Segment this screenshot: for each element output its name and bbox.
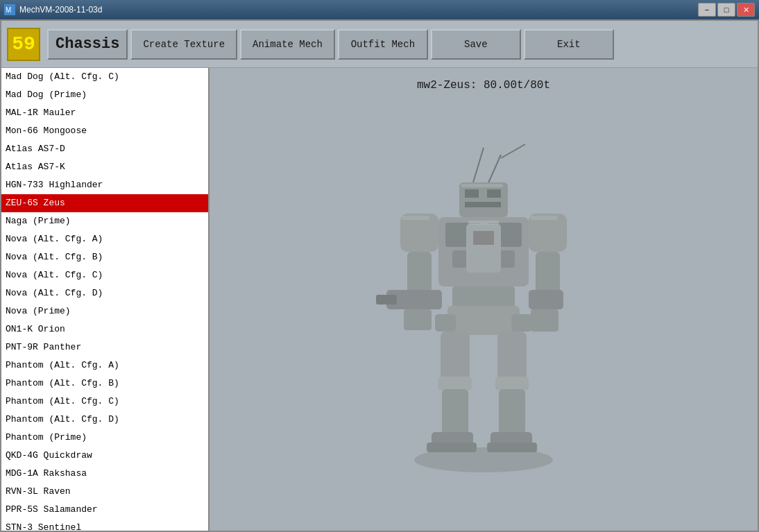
list-item[interactable]: Nova (Prime) <box>1 302 208 320</box>
svg-line-4 <box>487 155 501 186</box>
svg-rect-9 <box>465 202 501 207</box>
main-window: 59 Chassis Create Texture Animate Mech O… <box>0 19 759 532</box>
list-item[interactable]: Phantom (Alt. Cfg. D) <box>1 411 208 429</box>
list-item[interactable]: Naga (Prime) <box>1 212 208 230</box>
svg-rect-29 <box>438 377 472 391</box>
list-item[interactable]: Atlas AS7-D <box>1 140 208 158</box>
list-item[interactable]: Phantom (Alt. Cfg. C) <box>1 393 208 411</box>
list-item[interactable]: Atlas AS7-K <box>1 158 208 176</box>
svg-rect-42 <box>530 216 558 220</box>
title-bar: M MechVM-2008-11-03d − □ ✕ <box>0 0 759 19</box>
svg-rect-38 <box>487 443 537 452</box>
svg-rect-21 <box>404 309 432 330</box>
model-info-label: mw2-Zeus: 80.00t/80t <box>417 79 550 92</box>
list-item[interactable]: STN-3 Sentinel <box>1 519 208 531</box>
svg-rect-23 <box>536 252 560 293</box>
svg-rect-16 <box>452 286 515 307</box>
list-item[interactable]: Mad Dog (Alt. Cfg. C) <box>1 68 208 86</box>
svg-rect-6 <box>459 182 508 217</box>
svg-rect-36 <box>499 389 525 438</box>
svg-rect-41 <box>402 216 429 220</box>
svg-text:M: M <box>6 6 11 14</box>
svg-line-5 <box>501 144 525 158</box>
svg-rect-27 <box>435 314 456 332</box>
svg-line-3 <box>473 148 484 182</box>
mech-list-panel: Mad Dog (Alt. Cfg. C)Mad Dog (Prime)MAL-… <box>1 68 210 531</box>
maximize-button[interactable]: □ <box>717 3 735 17</box>
chassis-label: Chassis <box>47 29 128 60</box>
exit-button[interactable]: Exit <box>524 29 614 60</box>
svg-rect-40 <box>461 184 503 187</box>
svg-rect-30 <box>442 389 468 438</box>
svg-rect-24 <box>529 290 563 309</box>
list-item[interactable]: Phantom (Alt. Cfg. A) <box>1 357 208 375</box>
svg-rect-18 <box>407 252 432 293</box>
content-area: Mad Dog (Alt. Cfg. C)Mad Dog (Prime)MAL-… <box>1 68 758 531</box>
window-controls: − □ ✕ <box>698 3 755 17</box>
minimize-button[interactable]: − <box>698 3 716 17</box>
svg-rect-26 <box>447 306 520 335</box>
list-item[interactable]: Nova (Alt. Cfg. D) <box>1 284 208 302</box>
list-item[interactable]: MDG-1A Rakshasa <box>1 465 208 483</box>
list-item[interactable]: Phantom (Alt. Cfg. B) <box>1 375 208 393</box>
list-item[interactable]: Nova (Alt. Cfg. C) <box>1 266 208 284</box>
svg-rect-34 <box>497 332 527 380</box>
list-item[interactable]: PNT-9R Panther <box>1 338 208 357</box>
svg-rect-28 <box>441 332 470 380</box>
svg-rect-20 <box>376 295 397 304</box>
app-icon: M <box>4 4 15 15</box>
toolbar: 59 Chassis Create Texture Animate Mech O… <box>1 21 758 68</box>
svg-rect-25 <box>531 309 558 332</box>
list-item[interactable]: ON1-K Orion <box>1 320 208 338</box>
list-item[interactable]: Phantom (Prime) <box>1 429 208 447</box>
list-item[interactable]: MAL-1R Mauler <box>1 104 208 122</box>
svg-rect-7 <box>465 189 479 198</box>
list-item[interactable]: ZEU-6S Zeus <box>1 194 208 212</box>
svg-rect-8 <box>487 189 501 198</box>
outfit-mech-button[interactable]: Outfit Mech <box>338 29 428 60</box>
list-item[interactable]: RVN-3L Raven <box>1 483 208 501</box>
list-item[interactable]: Nova (Alt. Cfg. B) <box>1 248 208 266</box>
window-title: MechVM-2008-11-03d <box>19 5 698 15</box>
model-viewport <box>210 97 758 531</box>
create-texture-button[interactable]: Create Texture <box>130 29 237 60</box>
view-panel: mw2-Zeus: 80.00t/80t <box>210 68 758 531</box>
close-button[interactable]: ✕ <box>737 3 755 17</box>
list-item[interactable]: PPR-5S Salamander <box>1 501 208 519</box>
list-item[interactable]: Nova (Alt. Cfg. A) <box>1 230 208 248</box>
mech-model <box>338 141 629 488</box>
svg-rect-33 <box>511 314 532 332</box>
svg-rect-35 <box>495 377 529 391</box>
svg-rect-15 <box>473 231 494 245</box>
badge-number: 59 <box>7 28 40 61</box>
list-item[interactable]: Mad Dog (Prime) <box>1 86 208 104</box>
list-item[interactable]: HGN-733 Highlander <box>1 176 208 194</box>
list-item[interactable]: QKD-4G Quickdraw <box>1 447 208 465</box>
mech-list-scroll[interactable]: Mad Dog (Alt. Cfg. C)Mad Dog (Prime)MAL-… <box>1 68 208 531</box>
animate-mech-button[interactable]: Animate Mech <box>240 29 335 60</box>
svg-rect-39 <box>468 221 499 225</box>
svg-rect-32 <box>427 443 477 452</box>
save-button[interactable]: Save <box>431 29 521 60</box>
list-item[interactable]: Mon-66 Mongoose <box>1 122 208 140</box>
